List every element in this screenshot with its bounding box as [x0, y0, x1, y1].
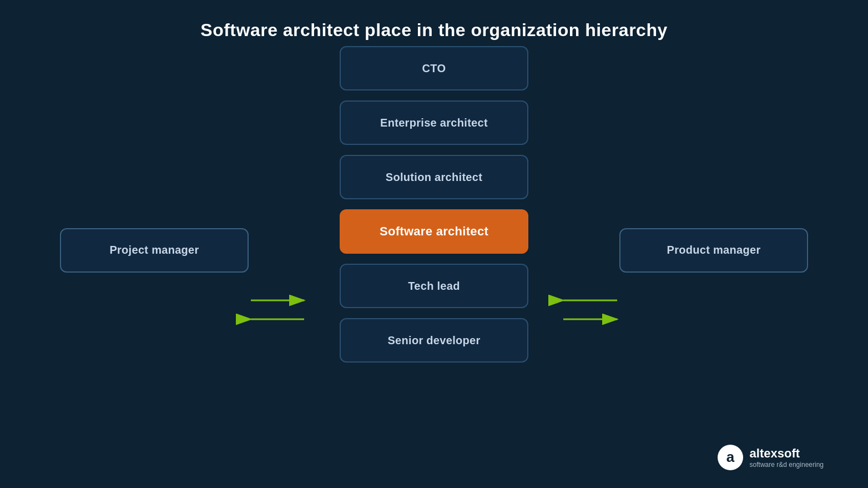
tech-lead-label: Tech lead [408, 280, 460, 293]
enterprise-architect-box: Enterprise architect [340, 100, 528, 145]
solution-architect-label: Solution architect [386, 171, 482, 184]
altexsoft-logo-text: altexsoft software r&d engineering [750, 446, 824, 469]
solution-architect-box: Solution architect [340, 155, 528, 199]
diagram-container: CTO Enterprise architect Solution archit… [0, 41, 868, 479]
cto-label: CTO [422, 62, 446, 75]
software-architect-label: Software architect [380, 224, 488, 239]
product-manager-label: Product manager [667, 244, 761, 256]
cto-box: CTO [340, 46, 528, 90]
project-manager-box: Project manager [60, 228, 249, 273]
senior-developer-box: Senior developer [340, 318, 528, 363]
product-manager-box: Product manager [619, 228, 808, 273]
enterprise-architect-label: Enterprise architect [380, 117, 488, 129]
logo-name: altexsoft [750, 446, 824, 461]
tech-lead-box: Tech lead [340, 264, 528, 308]
logo: a altexsoft software r&d engineering [716, 444, 824, 471]
page-title: Software architect place in the organiza… [0, 0, 868, 41]
altexsoft-logo-icon: a [716, 444, 744, 471]
software-architect-box: Software architect [340, 209, 528, 254]
senior-developer-label: Senior developer [387, 334, 480, 347]
logo-subtext: software r&d engineering [750, 461, 824, 469]
svg-text:a: a [726, 449, 734, 465]
project-manager-label: Project manager [109, 244, 199, 256]
